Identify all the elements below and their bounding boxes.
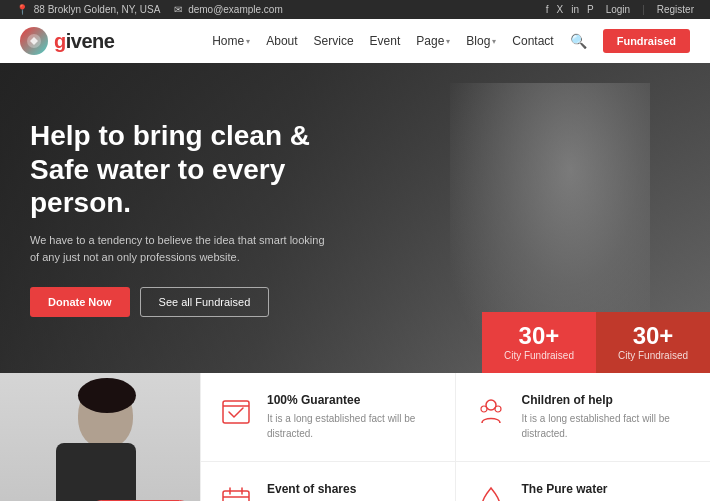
logo-icon <box>20 27 48 55</box>
feature-card-children: Children of help It is a long establishe… <box>456 373 711 462</box>
header: givene Home ▾ About Service Event Page ▾… <box>0 19 710 63</box>
water-title: The Pure water <box>522 482 695 496</box>
stat-city-1: 30+ City Fundraised <box>482 312 596 373</box>
stat-label-1: City Fundraised <box>504 350 574 361</box>
pinterest-icon[interactable]: P <box>587 4 594 15</box>
children-desc: It is a long established fact will be di… <box>522 411 695 441</box>
event-icon <box>217 482 255 501</box>
svg-point-5 <box>495 406 501 412</box>
home-dropdown-arrow: ▾ <box>246 37 250 46</box>
children-title: Children of help <box>522 393 695 407</box>
guarantee-title: 100% Guarantee <box>267 393 439 407</box>
guarantee-desc: It is a long established fact will be di… <box>267 411 439 441</box>
hero-section: Help to bring clean & Safe water to ever… <box>0 63 710 373</box>
logo[interactable]: givene <box>20 27 114 55</box>
features-person: Help me money! <box>0 373 200 501</box>
nav-contact[interactable]: Contact <box>512 34 553 48</box>
water-text: The Pure water It is a long established … <box>522 482 695 501</box>
auth-links: Login | Register <box>606 4 694 15</box>
stat-number-1: 30+ <box>519 324 560 348</box>
donate-button[interactable]: Donate Now <box>30 287 130 317</box>
nav-event[interactable]: Event <box>370 34 401 48</box>
login-link[interactable]: Login <box>606 4 630 15</box>
social-links: f X in P <box>546 4 594 15</box>
nav-home[interactable]: Home ▾ <box>212 34 250 48</box>
see-all-button[interactable]: See all Fundraised <box>140 287 270 317</box>
nav-service[interactable]: Service <box>314 34 354 48</box>
children-icon <box>472 393 510 431</box>
svg-rect-1 <box>223 401 249 423</box>
features-section: Help me money! 100% Guarantee It is a lo… <box>0 373 710 501</box>
svg-point-4 <box>481 406 487 412</box>
logo-text: givene <box>54 30 114 53</box>
mail-icon: ✉ <box>174 4 182 15</box>
twitter-icon[interactable]: X <box>557 4 564 15</box>
fundraised-button[interactable]: Fundraised <box>603 29 690 53</box>
divider: | <box>642 4 645 15</box>
hero-content: Help to bring clean & Safe water to ever… <box>0 119 380 317</box>
water-icon <box>472 482 510 501</box>
hero-buttons: Donate Now See all Fundraised <box>30 287 350 317</box>
pin-icon: 📍 <box>16 4 28 15</box>
linkedin-icon[interactable]: in <box>571 4 579 15</box>
facebook-icon[interactable]: f <box>546 4 549 15</box>
person-silhouette: Help me money! <box>0 373 200 501</box>
stat-number-2: 30+ <box>633 324 674 348</box>
stats-bar: 30+ City Fundraised 30+ City Fundraised <box>482 312 710 373</box>
nav-about[interactable]: About <box>266 34 297 48</box>
features-grid: 100% Guarantee It is a long established … <box>200 373 710 501</box>
blog-dropdown-arrow: ▾ <box>492 37 496 46</box>
event-title: Event of shares <box>267 482 439 496</box>
feature-card-guarantee: 100% Guarantee It is a long established … <box>201 373 456 462</box>
feature-card-water: The Pure water It is a long established … <box>456 462 711 501</box>
page-dropdown-arrow: ▾ <box>446 37 450 46</box>
nav-page[interactable]: Page ▾ <box>416 34 450 48</box>
stat-label-2: City Fundraised <box>618 350 688 361</box>
children-text: Children of help It is a long establishe… <box>522 393 695 441</box>
top-bar-left: 📍 88 Broklyn Golden, NY, USA ✉ demo@exam… <box>16 4 283 15</box>
guarantee-text: 100% Guarantee It is a long established … <box>267 393 439 441</box>
register-link[interactable]: Register <box>657 4 694 15</box>
search-icon[interactable]: 🔍 <box>570 33 587 49</box>
svg-rect-6 <box>223 491 249 501</box>
feature-card-event: Event of shares It is a long established… <box>201 462 456 501</box>
top-bar: 📍 88 Broklyn Golden, NY, USA ✉ demo@exam… <box>0 0 710 19</box>
stat-city-2: 30+ City Fundraised <box>596 312 710 373</box>
guarantee-icon <box>217 393 255 431</box>
top-bar-right: f X in P Login | Register <box>546 4 694 15</box>
event-text: Event of shares It is a long established… <box>267 482 439 501</box>
email: ✉ demo@example.com <box>174 4 282 15</box>
hero-subtitle: We have to a tendency to believe the ide… <box>30 232 330 267</box>
nav-blog[interactable]: Blog ▾ <box>466 34 496 48</box>
address: 📍 88 Broklyn Golden, NY, USA <box>16 4 160 15</box>
hero-title: Help to bring clean & Safe water to ever… <box>30 119 350 220</box>
main-nav: Home ▾ About Service Event Page ▾ Blog ▾… <box>212 29 690 53</box>
